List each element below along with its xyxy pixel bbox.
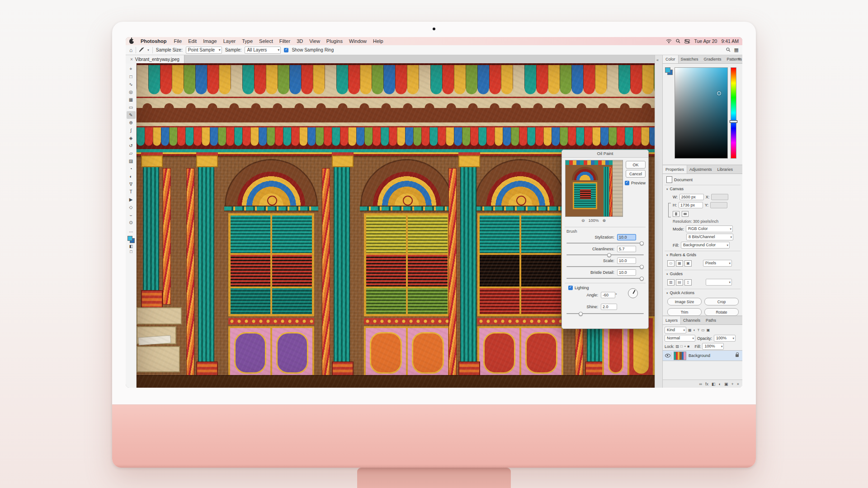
quick-actions-section-header[interactable]: Quick Actions (666, 291, 694, 295)
hand-tool[interactable]: ⌣ (127, 211, 136, 219)
quick-action-button[interactable]: Crop (704, 298, 739, 305)
object-selection-tool[interactable]: ◎ (127, 88, 136, 96)
ok-button[interactable]: OK (626, 161, 646, 169)
layer-thumbnail[interactable] (674, 352, 686, 360)
oil-paint-dialog[interactable]: Oil Paint ⊖ 100% ⊕ OK Cancel Preview (561, 150, 649, 329)
marquee-tool[interactable]: □ (127, 73, 136, 80)
delete-layer-icon[interactable]: × (737, 382, 739, 386)
menu-item[interactable]: Layer (220, 38, 239, 44)
new-adjustment-layer-icon[interactable]: ◐ (719, 382, 721, 386)
type-tool[interactable]: T (127, 188, 136, 196)
color-swatches[interactable] (127, 236, 135, 243)
blend-mode-dropdown[interactable]: Normal (665, 335, 695, 342)
apple-logo-icon[interactable] (129, 39, 134, 44)
crop-tool[interactable]: ▦ (127, 96, 136, 103)
new-layer-icon[interactable]: + (731, 382, 733, 386)
guide-color-dropdown[interactable] (706, 279, 732, 286)
rulers-grids-section-header[interactable]: Rulers & Grids (666, 253, 696, 257)
lock-guides-icon[interactable]: ▤ (676, 279, 683, 286)
width-field[interactable] (679, 194, 704, 200)
eyedropper-tool[interactable]: ✎ (127, 111, 136, 119)
eraser-tool[interactable]: ▱ (127, 150, 136, 157)
options-search-icon[interactable] (726, 47, 731, 53)
panel-tab[interactable]: Layers (663, 316, 680, 324)
search-icon[interactable] (676, 39, 680, 43)
panel-tab[interactable]: Swatches (678, 55, 701, 63)
sample-size-dropdown[interactable]: Point Sample (186, 47, 222, 54)
color-mode-dropdown[interactable]: RGB Color (686, 225, 733, 232)
cleanliness-field[interactable] (617, 246, 636, 252)
collapse-panels-icon[interactable]: « (656, 58, 659, 62)
filter-smart-objects-icon[interactable]: ▣ (706, 328, 711, 332)
lock-all-icon[interactable]: ■ (688, 344, 690, 348)
quick-action-button[interactable]: Trim (667, 308, 702, 316)
quick-action-button[interactable]: Rotate (704, 308, 739, 316)
panel-tab[interactable]: Adjustments (687, 165, 715, 174)
menu-item[interactable]: 3D (293, 38, 306, 44)
zoom-in-icon[interactable]: ⊕ (603, 218, 606, 223)
healing-brush-tool[interactable]: ⊕ (127, 119, 136, 127)
hue-slider[interactable] (731, 67, 736, 159)
menu-bar-clock[interactable]: 9:41 AM (721, 38, 739, 44)
eyedropper-options-icon[interactable] (139, 47, 144, 53)
frame-tool[interactable]: ▭ (127, 103, 136, 111)
scale-slider[interactable] (566, 265, 644, 268)
layer-name[interactable]: Background (689, 353, 710, 358)
tool-preset-arrow-icon[interactable]: ▾ (147, 48, 149, 52)
shape-tool[interactable]: ◇ (127, 203, 136, 211)
zoom-out-icon[interactable]: ⊖ (581, 218, 585, 223)
menu-item[interactable]: Window (346, 38, 370, 44)
lighting-checkbox[interactable] (568, 286, 573, 290)
slider-knob[interactable] (640, 241, 644, 245)
edit-toolbar-icon[interactable]: ⋯ (129, 230, 133, 234)
slider-knob[interactable] (640, 265, 644, 269)
bit-depth-dropdown[interactable]: 8 Bits/Channel (686, 234, 733, 240)
move-tool[interactable]: + (127, 65, 136, 73)
layer-row-background[interactable]: Background (663, 350, 742, 361)
angle-field[interactable] (601, 292, 615, 298)
scale-field[interactable] (617, 258, 636, 264)
close-tab-icon[interactable]: × (130, 57, 133, 62)
panel-tab[interactable]: Color (663, 55, 678, 63)
lock-transparent-pixels-icon[interactable]: ▨ (676, 344, 679, 348)
add-layer-mask-icon[interactable]: ◧ (712, 382, 716, 386)
color-cursor[interactable] (717, 91, 721, 95)
stylization-field[interactable] (617, 234, 636, 240)
clone-stamp-tool[interactable]: ◈ (127, 134, 136, 142)
new-group-icon[interactable]: ▣ (724, 382, 728, 386)
filter-shape-layers-icon[interactable]: ▭ (701, 328, 705, 332)
landscape-orientation-button[interactable] (682, 211, 689, 217)
snap-icon[interactable]: ▣ (684, 260, 692, 267)
guides-section-header[interactable]: Guides (666, 272, 683, 276)
background-lock-icon[interactable] (736, 354, 739, 357)
quick-action-button[interactable]: Image Size (667, 298, 702, 305)
clear-guides-icon[interactable]: ▯ (684, 279, 692, 286)
bristle-detail-field[interactable] (617, 269, 636, 276)
panel-tab[interactable]: Properties (663, 165, 687, 174)
menu-item[interactable]: Help (370, 38, 387, 44)
panel-tab[interactable]: Gradients (701, 55, 724, 63)
filter-preview-thumbnail[interactable] (565, 160, 623, 217)
panel-tab[interactable]: Channels (680, 316, 703, 324)
cancel-button[interactable]: Cancel (626, 170, 646, 178)
menu-item[interactable]: Edit (185, 38, 200, 44)
toggle-guides-icon[interactable]: ▥ (667, 279, 675, 286)
panel-tab[interactable]: Paths (703, 316, 719, 324)
menu-item[interactable]: File (170, 38, 185, 44)
app-menu-photoshop[interactable]: Photoshop (137, 38, 170, 44)
toggle-grid-icon[interactable]: ▦ (676, 260, 683, 267)
slider-knob[interactable] (579, 312, 583, 316)
screen-mode-icon[interactable]: □ (130, 249, 132, 254)
slider-knob[interactable] (607, 253, 611, 257)
lock-image-pixels-icon[interactable]: □ (680, 344, 683, 348)
menu-item[interactable]: Filter (276, 38, 293, 44)
shine-slider[interactable] (566, 312, 644, 315)
layer-filter-kind-dropdown[interactable]: Kind (665, 327, 686, 333)
dodge-tool[interactable]: ◐ (127, 173, 136, 180)
history-brush-tool[interactable]: ↺ (127, 142, 136, 150)
panel-tab[interactable]: Libraries (715, 165, 736, 174)
home-icon[interactable]: ⌂ (129, 47, 132, 53)
hue-cursor[interactable] (730, 120, 737, 123)
lasso-tool[interactable]: ∿ (127, 80, 136, 88)
slider-knob[interactable] (640, 277, 644, 281)
